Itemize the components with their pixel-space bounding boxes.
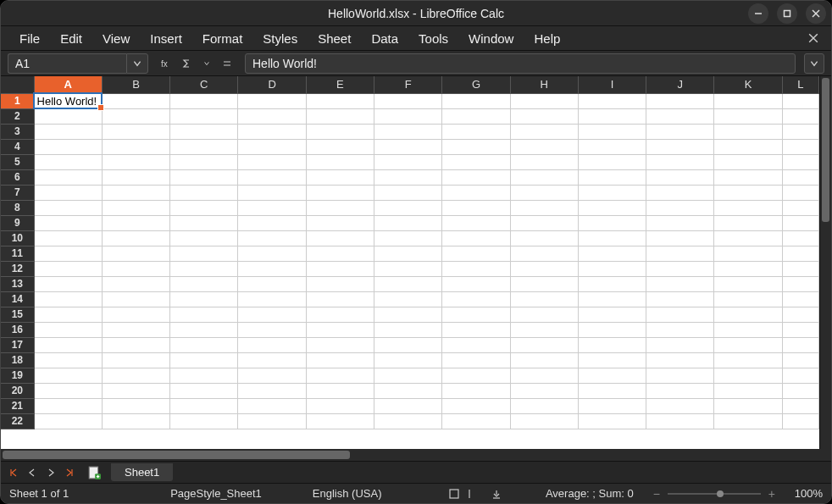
cell-G4[interactable]: [442, 139, 510, 154]
cell-K17[interactable]: [714, 337, 782, 352]
cell-K12[interactable]: [714, 261, 782, 276]
cell-D7[interactable]: [238, 185, 306, 200]
cell-A7[interactable]: [34, 185, 102, 200]
cell-H17[interactable]: [510, 337, 578, 352]
cell-L16[interactable]: [782, 322, 818, 337]
cell-I20[interactable]: [578, 383, 646, 398]
cell-K13[interactable]: [714, 276, 782, 291]
cell-A11[interactable]: [34, 246, 102, 261]
cell-B4[interactable]: [102, 139, 169, 154]
menu-edit[interactable]: Edit: [50, 28, 92, 49]
sheet-tab-sheet1[interactable]: Sheet1: [111, 463, 173, 481]
cell-K4[interactable]: [714, 139, 782, 154]
cell-F13[interactable]: [374, 276, 442, 291]
cell-E14[interactable]: [306, 291, 374, 307]
cell-E6[interactable]: [306, 169, 374, 185]
cell-B20[interactable]: [102, 383, 169, 398]
cell-A1[interactable]: Hello World!: [34, 93, 102, 108]
cell-B22[interactable]: [102, 413, 169, 429]
cell-G13[interactable]: [442, 276, 510, 291]
cell-F10[interactable]: [374, 230, 442, 246]
cell-L17[interactable]: [782, 337, 818, 352]
cell-F21[interactable]: [374, 398, 442, 413]
cell-K7[interactable]: [714, 185, 782, 200]
menu-styles[interactable]: Styles: [252, 28, 308, 49]
cell-B9[interactable]: [102, 215, 169, 230]
cell-H11[interactable]: [510, 246, 578, 261]
cell-D12[interactable]: [238, 261, 306, 276]
status-selection-mode[interactable]: [449, 489, 474, 499]
cell-K5[interactable]: [714, 154, 782, 169]
cell-D8[interactable]: [238, 200, 306, 215]
horizontal-scrollbar[interactable]: [1, 449, 831, 461]
cell-D14[interactable]: [238, 291, 306, 307]
cell-A10[interactable]: [34, 230, 102, 246]
cell-I21[interactable]: [578, 398, 646, 413]
cell-F15[interactable]: [374, 307, 442, 322]
cell-A16[interactable]: [34, 322, 102, 337]
cell-K9[interactable]: [714, 215, 782, 230]
cell-E13[interactable]: [306, 276, 374, 291]
cell-C13[interactable]: [170, 276, 238, 291]
cell-J9[interactable]: [646, 215, 714, 230]
cell-E7[interactable]: [306, 185, 374, 200]
cell-A14[interactable]: [34, 291, 102, 307]
cell-F9[interactable]: [374, 215, 442, 230]
row-header-17[interactable]: 17: [1, 337, 34, 352]
cell-E9[interactable]: [306, 215, 374, 230]
cell-K19[interactable]: [714, 368, 782, 383]
row-header-11[interactable]: 11: [1, 246, 34, 261]
tab-last-icon[interactable]: [62, 465, 77, 480]
row-header-2[interactable]: 2: [1, 108, 34, 124]
cell-C4[interactable]: [170, 139, 238, 154]
cell-L9[interactable]: [782, 215, 818, 230]
cell-D10[interactable]: [238, 230, 306, 246]
cell-G12[interactable]: [442, 261, 510, 276]
cell-K1[interactable]: [714, 93, 782, 108]
cell-G8[interactable]: [442, 200, 510, 215]
cell-G6[interactable]: [442, 169, 510, 185]
cell-K10[interactable]: [714, 230, 782, 246]
cell-F11[interactable]: [374, 246, 442, 261]
menu-tools[interactable]: Tools: [408, 28, 458, 49]
cell-I19[interactable]: [578, 368, 646, 383]
cell-K8[interactable]: [714, 200, 782, 215]
cell-E8[interactable]: [306, 200, 374, 215]
row-header-7[interactable]: 7: [1, 185, 34, 200]
cell-G14[interactable]: [442, 291, 510, 307]
cell-A19[interactable]: [34, 368, 102, 383]
cell-B6[interactable]: [102, 169, 169, 185]
cell-L4[interactable]: [782, 139, 818, 154]
cell-C10[interactable]: [170, 230, 238, 246]
cell-F7[interactable]: [374, 185, 442, 200]
zoom-in-icon[interactable]: +: [766, 488, 778, 500]
zoom-out-icon[interactable]: −: [651, 488, 663, 500]
cell-K14[interactable]: [714, 291, 782, 307]
menu-data[interactable]: Data: [361, 28, 408, 49]
row-header-1[interactable]: 1: [1, 93, 34, 108]
cell-I18[interactable]: [578, 352, 646, 368]
menu-view[interactable]: View: [92, 28, 140, 49]
cell-C15[interactable]: [170, 307, 238, 322]
status-page-style[interactable]: PageStyle_Sheet1: [170, 487, 262, 500]
cell-L8[interactable]: [782, 200, 818, 215]
row-header-5[interactable]: 5: [1, 154, 34, 169]
cell-G10[interactable]: [442, 230, 510, 246]
cell-J8[interactable]: [646, 200, 714, 215]
cell-J15[interactable]: [646, 307, 714, 322]
cell-H1[interactable]: [510, 93, 578, 108]
cell-D2[interactable]: [238, 108, 306, 124]
menu-sheet[interactable]: Sheet: [308, 28, 361, 49]
cell-C21[interactable]: [170, 398, 238, 413]
cell-B13[interactable]: [102, 276, 169, 291]
cell-L14[interactable]: [782, 291, 818, 307]
cell-L13[interactable]: [782, 276, 818, 291]
cell-E3[interactable]: [306, 124, 374, 139]
sum-icon[interactable]: [177, 54, 196, 73]
new-sheet-icon[interactable]: [86, 464, 103, 481]
cell-A8[interactable]: [34, 200, 102, 215]
cell-I11[interactable]: [578, 246, 646, 261]
name-box-dropdown[interactable]: [126, 53, 148, 74]
cell-L2[interactable]: [782, 108, 818, 124]
cell-A6[interactable]: [34, 169, 102, 185]
